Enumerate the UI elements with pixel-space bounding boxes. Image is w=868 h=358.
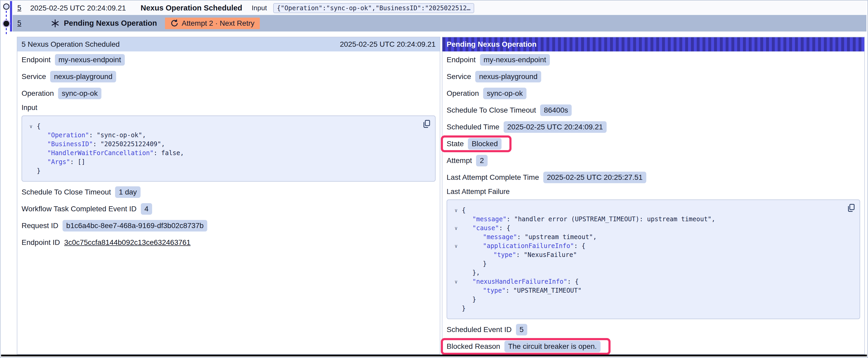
json-collapse-chevron[interactable] (25, 149, 37, 158)
json-line: "BusinessID": "20250225122409", (25, 140, 430, 149)
field-value-chip: 2025-02-25 UTC 20:25:27.51 (543, 172, 646, 183)
field-label: Schedule To Close Timeout (446, 106, 536, 115)
scheduled-panel-header: 5 Nexus Operation Scheduled 2025-02-25 U… (17, 37, 440, 52)
field-row-operation: Operation sync-op-ok (446, 85, 860, 102)
json-line: "type": "NexusFailure" (450, 250, 855, 259)
expanded-section-bottom-border (1, 355, 867, 356)
field-row-endpoint: Endpoint my-nexus-endpoint (22, 52, 436, 68)
json-line: ∨{ (25, 122, 430, 131)
json-line: } (450, 295, 855, 304)
json-collapse-chevron[interactable] (450, 286, 462, 295)
copy-icon[interactable] (422, 119, 431, 129)
json-line: "Args": [] (25, 158, 430, 166)
field-label: Endpoint ID (22, 238, 60, 247)
json-collapse-chevron[interactable] (450, 295, 462, 304)
field-value-chip: nexus-playground (475, 71, 541, 83)
field-label: Endpoint (22, 56, 51, 64)
pending-nexus-operation-panel: Pending Nexus Operation Endpoint my-nexu… (442, 37, 865, 355)
field-label: Scheduled Time (446, 123, 499, 131)
field-label: Last Attempt Complete Time (446, 173, 539, 182)
field-label: Attempt (446, 156, 472, 165)
field-row-service: Service nexus-playground (22, 68, 436, 85)
field-value-chip: 1 day (115, 186, 141, 198)
json-collapse-chevron[interactable] (450, 304, 462, 313)
event-id-link[interactable]: 5 (17, 4, 21, 12)
field-label: Endpoint (446, 56, 476, 64)
timeline-event-marker-current[interactable] (3, 21, 9, 27)
timeline-active-bar (10, 1, 12, 32)
panel-title: Pending Nexus Operation (446, 40, 536, 48)
event-history-view: 5 2025-02-25 UTC 20:24:09.21 Nexus Opera… (0, 0, 868, 358)
json-collapse-chevron[interactable] (450, 232, 462, 241)
retry-icon (170, 19, 179, 28)
json-collapse-chevron[interactable]: ∨ (450, 206, 462, 215)
json-collapse-chevron[interactable]: ∨ (450, 241, 462, 250)
field-row-attempt: Attempt 2 (446, 152, 860, 169)
json-line: "message": "upstream timeout", (450, 232, 855, 241)
field-row-workflow-task-completed-event-id: Workflow Task Completed Event ID 4 (22, 200, 436, 217)
field-label: Operation (446, 89, 479, 98)
field-row-endpoint: Endpoint my-nexus-endpoint (446, 52, 860, 68)
field-row-schedule-to-close-timeout: Schedule To Close Timeout 1 day (22, 184, 436, 200)
field-value-chip: b1c6a4bc-8ee7-468a-9169-df3b02c8737b (63, 220, 207, 231)
field-value-chip: 2 (476, 155, 488, 166)
timeline-dashed-connector-bottom (6, 28, 7, 34)
input-label: Input (252, 4, 267, 12)
blocked-reason-annotation-highlight: Blocked Reason The circuit breaker is op… (441, 338, 611, 355)
timeline-event-marker-hollow[interactable] (3, 3, 9, 10)
json-collapse-chevron[interactable] (25, 158, 37, 166)
field-value-chip: 86400s (540, 104, 572, 116)
json-line: }, (450, 268, 855, 277)
panel-title: 5 Nexus Operation Scheduled (22, 40, 120, 48)
json-collapse-chevron[interactable]: ∨ (450, 224, 462, 232)
field-row-last-attempt-complete-time: Last Attempt Complete Time 2025-02-25 UT… (446, 169, 860, 186)
field-row-state: State Blocked (446, 137, 501, 150)
history-row-pending-selected[interactable]: 5 Pending Nexus Operation Attempt 2 · Ne… (12, 15, 866, 32)
event-id-link[interactable]: 5 (17, 19, 21, 27)
json-collapse-chevron[interactable] (450, 250, 462, 259)
json-collapse-chevron[interactable] (450, 268, 462, 277)
field-label: Blocked Reason (446, 342, 500, 351)
field-row-operation: Operation sync-op-ok (22, 85, 436, 102)
event-timestamp: 2025-02-25 UTC 20:24:09.21 (30, 4, 126, 12)
field-label: Scheduled Event ID (446, 325, 512, 334)
json-line: ∨"cause": { (450, 224, 855, 232)
scheduled-panel-body: Endpoint my-nexus-endpoint Service nexus… (17, 52, 440, 251)
history-row-scheduled[interactable]: 5 2025-02-25 UTC 20:24:09.21 Nexus Opera… (12, 1, 866, 15)
pending-panel-header: Pending Nexus Operation (442, 37, 864, 52)
json-collapse-chevron[interactable] (450, 215, 462, 224)
json-line: "type": "UPSTREAM_TIMEOUT" (450, 286, 855, 295)
json-collapse-chevron[interactable] (450, 259, 462, 268)
pending-panel-body: Endpoint my-nexus-endpoint Service nexus… (442, 52, 864, 355)
blocked-reason-value-chip: The circuit breaker is open. (504, 341, 600, 352)
field-label: Request ID (22, 222, 58, 230)
json-line: } (450, 259, 855, 268)
endpoint-id-link[interactable]: 3c0c75ccfa8144b092c13ce632463761 (64, 238, 190, 247)
input-preview-chip: {"Operation":"sync-op-ok","BusinessID":"… (273, 3, 474, 13)
json-collapse-chevron[interactable]: ∨ (450, 277, 462, 286)
json-line: } (25, 166, 430, 175)
field-label: Operation (22, 89, 54, 98)
field-value-chip: 2025-02-25 UTC 20:24:09.21 (504, 121, 607, 133)
field-value-chip: 4 (141, 203, 152, 215)
timeline-dashed-connector (6, 11, 7, 20)
field-row-service: Service nexus-playground (446, 68, 860, 85)
json-line: "Operation": "sync-op-ok", (25, 131, 430, 140)
field-label: Schedule To Close Timeout (22, 188, 111, 196)
field-row-scheduled-event-id: Scheduled Event ID 5 (446, 321, 860, 338)
retry-attempt-badge: Attempt 2 · Next Retry (165, 18, 260, 29)
copy-icon[interactable] (846, 203, 856, 213)
panel-timestamp: 2025-02-25 UTC 20:24:09.21 (340, 40, 436, 48)
field-value-chip: my-nexus-endpoint (55, 54, 125, 66)
field-value-chip: 5 (516, 324, 528, 335)
json-collapse-chevron[interactable] (25, 131, 37, 140)
field-value-chip: sync-op-ok (58, 88, 101, 99)
json-line: } (450, 304, 855, 313)
json-collapse-chevron[interactable]: ∨ (25, 122, 37, 131)
json-collapse-chevron[interactable] (25, 140, 37, 149)
json-line: "message": "handler error (UPSTREAM_TIME… (450, 215, 855, 224)
json-collapse-chevron[interactable] (25, 166, 37, 175)
json-line: ∨{ (450, 206, 855, 215)
input-block-label: Input (22, 102, 436, 113)
event-title: Pending Nexus Operation (64, 19, 157, 28)
